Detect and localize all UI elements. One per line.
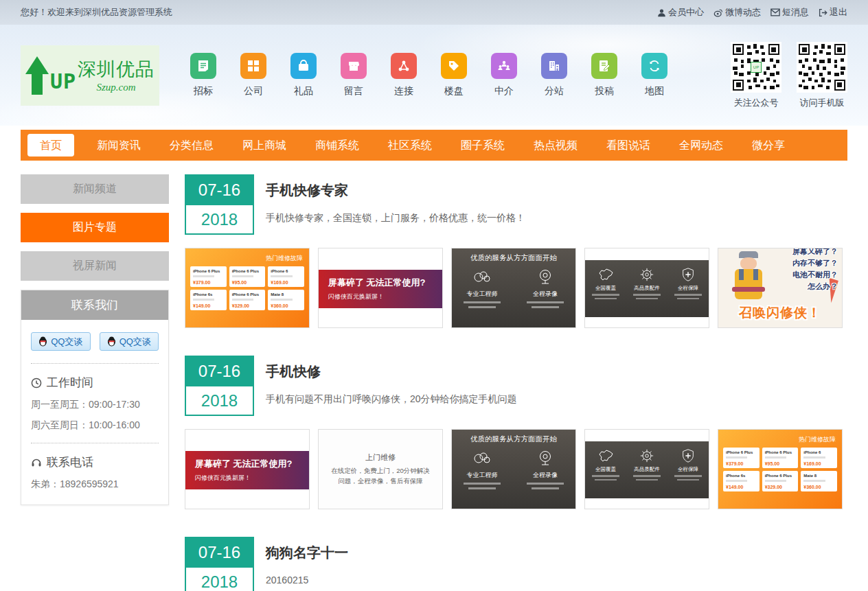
phone-title: 联系电话 (31, 454, 159, 470)
thumb-door-service[interactable]: 上门维修 在线定价，免费上门，20分钟解决问题，全程录像，售后有保障 (318, 429, 443, 509)
thumb-service[interactable]: 优质的服务从方方面面开始 专业工程师 全程录像 (451, 248, 576, 328)
logo-name: 深圳优品 (78, 57, 155, 82)
quick-nav-ditu[interactable]: 地图 (639, 53, 670, 97)
china-map-icon (597, 267, 615, 282)
date-month-day: 07-16 (185, 537, 254, 568)
nav-hot-video[interactable]: 热点视频 (519, 130, 592, 161)
engineer-icon (472, 450, 492, 467)
thumbnail-row: 屏幕碎了 无法正常使用? 闪修侠百元换新屏！ 上门维修 在线定价，免费上门，20… (185, 429, 847, 509)
date-badge[interactable]: 07-16 2018 (185, 356, 254, 416)
weibo-link[interactable]: 微博动态 (713, 6, 761, 19)
page: 您好！欢迎来到深圳优品资源管理系统 会员中心 微博动态 短消息 退出 UP (0, 0, 868, 591)
qr-public-account: UP 关注公众号 (731, 42, 781, 109)
quick-nav-fenzhan[interactable]: 分站 (539, 53, 569, 97)
thumb-screen-broken[interactable]: 屏幕碎了 无法正常使用? 闪修侠百元换新屏！ (185, 429, 310, 509)
messages-link[interactable]: 短消息 (770, 6, 809, 19)
quick-nav-liuyan[interactable]: 留言 (339, 53, 369, 97)
camera-icon (536, 450, 555, 467)
news-title[interactable]: 手机快修 (266, 362, 517, 381)
tag-icon (447, 59, 461, 73)
logo-domain: Szup.com (97, 82, 136, 93)
document-icon (196, 59, 210, 73)
qr-code-mobile (799, 44, 845, 91)
quick-nav: 招标 公司 礼品 留言 (188, 53, 670, 97)
gear-icon (639, 448, 655, 463)
date-month-day: 07-16 (185, 356, 254, 386)
divider (31, 443, 159, 443)
news-item-1: 07-16 2018 手机快修专家 手机快修专家，全国连锁，上门服务，价格优惠，… (185, 174, 847, 328)
user-icon (657, 8, 666, 17)
thumb-features[interactable]: 全国覆盖 高品质配件 全程保障 (584, 248, 709, 328)
quick-nav-zhaobiao[interactable]: 招标 (188, 53, 218, 97)
date-year: 2018 (185, 386, 254, 416)
main-nav: 首页 新闻资讯 分类信息 网上商城 商铺系统 社区系统 圈子系统 热点视频 看图… (21, 130, 847, 161)
sidebar-item-video-news[interactable]: 视屏新闻 (21, 251, 169, 281)
nav-shops[interactable]: 商铺系统 (301, 130, 374, 161)
shield-plus-icon (680, 448, 696, 463)
nav-micro-share[interactable]: 微分享 (738, 130, 799, 161)
qq-chat-button-1[interactable]: QQ交谈 (31, 332, 91, 351)
work-time-weekday: 周一至周五：09:00-17:30 (31, 399, 159, 411)
shield-plus-icon (680, 267, 696, 282)
engineer-icon (472, 268, 492, 286)
news-item-3: 07-16 2018 狗狗名字十一 20160215 (185, 537, 847, 591)
weibo-icon (713, 8, 723, 17)
headset-icon (31, 457, 42, 468)
nav-community[interactable]: 社区系统 (374, 130, 446, 161)
news-desc: 20160215 (266, 575, 348, 586)
bag-icon (297, 59, 310, 73)
thumb-screen-broken[interactable]: 屏幕碎了 无法正常使用? 闪修侠百元换新屏！ (318, 248, 443, 328)
mail-icon (770, 8, 780, 16)
china-map-icon (597, 448, 615, 463)
nav-circles[interactable]: 圈子系统 (446, 130, 519, 161)
qq-chat-button-2[interactable]: QQ交谈 (100, 332, 159, 351)
work-time-title: 工作时间 (31, 375, 159, 391)
logout-link[interactable]: 退出 (819, 6, 847, 19)
sidebar-item-news-channel[interactable]: 新闻频道 (21, 174, 169, 204)
cartoon-banner: 召唤闪修侠！ (718, 304, 842, 322)
thumb-service[interactable]: 优质的服务从方方面面开始 专业工程师 全程录像 (451, 429, 576, 509)
news-desc: 手机有问题不用出门呼唤闪修侠，20分钟给你搞定手机问题 (266, 393, 517, 406)
site-logo[interactable]: UP 深圳优品 Szup.com (21, 45, 159, 106)
refresh-icon (648, 59, 661, 73)
date-year: 2018 (185, 568, 254, 591)
nav-home[interactable]: 首页 (27, 134, 74, 157)
news-title[interactable]: 狗狗名字十一 (266, 544, 348, 562)
qq-penguin-icon (38, 336, 47, 347)
sidebar-item-picture-topics[interactable]: 图片专题 (21, 213, 169, 242)
camera-icon (536, 268, 555, 286)
quick-nav-gongsi[interactable]: 公司 (238, 53, 269, 97)
top-bar-links: 会员中心 微博动态 短消息 退出 (657, 6, 847, 19)
quick-nav-zhongjie[interactable]: 中介 (489, 53, 519, 97)
thumb-features[interactable]: 全国覆盖 高品质配件 全程保障 (584, 429, 709, 509)
news-list: 07-16 2018 手机快修专家 手机快修专家，全国连锁，上门服务，价格优惠，… (185, 174, 847, 591)
thumb-cartoon[interactable]: 屏幕又碎了？ 内存不够了？ 电池不耐用？ 怎么办？ 召唤闪修侠！ (718, 248, 843, 328)
nav-news[interactable]: 新闻资讯 (82, 130, 155, 161)
thumb-price-grid[interactable]: 热门维修故障 iPhone 6 Plus¥379.00 iPhone 6 Plu… (185, 248, 310, 328)
nav-classified[interactable]: 分类信息 (155, 130, 228, 161)
phone-number: 朱弟：18926595921 (31, 478, 159, 491)
qr-area: UP 关注公众号 访问手机版 (731, 42, 847, 109)
member-center-link[interactable]: 会员中心 (657, 6, 704, 19)
contact-box: 联系我们 QQ交谈 QQ交谈 (21, 290, 169, 505)
quick-nav-loupan[interactable]: 楼盘 (439, 53, 469, 97)
quick-nav-tougao[interactable]: 投稿 (589, 53, 619, 97)
repairman-figure (729, 251, 768, 306)
quick-nav-lipin[interactable]: 礼品 (288, 53, 319, 97)
nav-picture-talk[interactable]: 看图说话 (592, 130, 665, 161)
date-badge[interactable]: 07-16 2018 (185, 174, 254, 235)
site-header: UP 深圳优品 Szup.com 招标 公司 (0, 25, 868, 126)
date-month-day: 07-16 (185, 174, 254, 205)
sidebar: 新闻频道 图片专题 视屏新闻 联系我们 QQ交谈 QQ交谈 (21, 174, 169, 591)
thumb-price-grid[interactable]: 热门维修故障 iPhone 6 Plus¥379.00 iPhone 6 Plu… (718, 429, 843, 509)
nav-mall[interactable]: 网上商城 (228, 130, 301, 161)
date-year: 2018 (185, 205, 254, 235)
contact-title: 联系我们 (21, 290, 168, 320)
buildings-icon (547, 59, 561, 73)
news-title[interactable]: 手机快修专家 (266, 181, 525, 200)
content: 新闻频道 图片专题 视屏新闻 联系我们 QQ交谈 QQ交谈 (0, 161, 868, 591)
qr-mobile-version: 访问手机版 (797, 42, 847, 109)
nav-network-trends[interactable]: 全网动态 (665, 130, 738, 161)
quick-nav-lianjie[interactable]: 连接 (389, 53, 419, 97)
date-badge[interactable]: 07-16 2018 (185, 537, 254, 591)
